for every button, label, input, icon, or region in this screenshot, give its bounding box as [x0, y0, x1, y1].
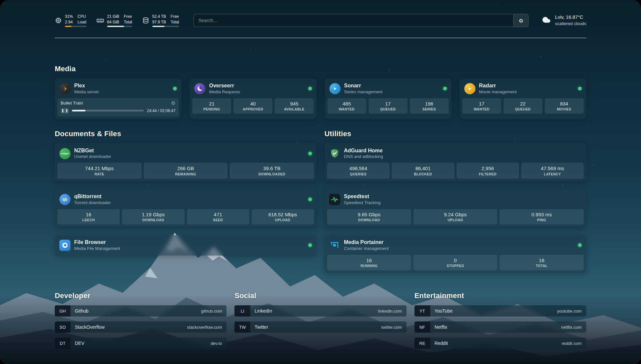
- cpu-label-2: Load: [77, 19, 86, 25]
- bookmark-url: twitter.com: [382, 321, 407, 333]
- documents-column: Documents & Files nzbget NZBGet Usenet d…: [55, 130, 317, 256]
- memory-progress-bar: [107, 26, 132, 27]
- bookmark-name: StackOverflow: [71, 321, 187, 333]
- stat-box: 9.24 GbpsUPLOAD: [413, 209, 498, 225]
- status-dot: [308, 152, 312, 155]
- bookmark-netflix[interactable]: NF Netflix netflix.com: [414, 321, 586, 333]
- service-desc: Media server: [74, 89, 99, 95]
- service-desc: DNS and adblocking: [344, 154, 383, 160]
- stat-box: 39.6 TBDOWNLOADED: [230, 163, 314, 179]
- media-grid: Plex Media server Bullet Train ⚙ 24:44 /…: [55, 78, 586, 119]
- stat-box: 17QUEUED: [369, 98, 408, 114]
- stat-box: 17WANTED: [462, 98, 501, 114]
- search-input[interactable]: [194, 14, 513, 27]
- memory-icon: [96, 16, 104, 24]
- bookmarks-section: Developer GH Github github.com SO StackO…: [55, 291, 586, 362]
- cpu-load: 2.94: [65, 19, 73, 25]
- card-qbittorrent[interactable]: qb qBittorrent Torrent downloader 16LEEC…: [55, 189, 317, 227]
- bookmark-stackoverflow[interactable]: SO StackOverflow stackoverflow.com: [55, 321, 227, 333]
- card-radarr[interactable]: Radarr Movie management 17WANTED 22QUEUE…: [460, 78, 586, 119]
- gear-icon[interactable]: ⚙: [171, 101, 175, 106]
- filebrowser-icon: [59, 240, 71, 251]
- memory-free: 21 GiB: [107, 14, 119, 19]
- bookmark-dev[interactable]: DT DEV dev.to: [55, 338, 227, 349]
- bookmark-name: Twitter: [250, 321, 381, 333]
- bookmark-name: LinkedIn: [250, 305, 378, 317]
- disk-total: 97.9 TB: [152, 19, 166, 25]
- card-adguard[interactable]: AdGuard Home DNS and adblocking 498,564Q…: [324, 143, 586, 181]
- qbittorrent-icon: qb: [59, 194, 71, 205]
- memory-total: 64 GiB: [107, 19, 119, 25]
- card-filebrowser[interactable]: File Browser Media File Management: [55, 235, 317, 256]
- resource-widgets: 31% 2.94 CPU Load: [55, 14, 179, 27]
- cpu-progress-bar: [65, 26, 86, 27]
- pause-button[interactable]: [61, 108, 69, 113]
- plex-icon: [59, 83, 71, 94]
- bookmark-url: netflix.com: [561, 321, 586, 333]
- stat-box: 0.993 msPING: [500, 209, 584, 225]
- cpu-label: CPU: [77, 14, 86, 19]
- section-title-utilities: Utilities: [324, 130, 586, 138]
- stat-box: 16LEECH: [57, 209, 120, 225]
- now-playing-title: Bullet Train: [61, 101, 83, 106]
- bookmark-twitter[interactable]: TW Twitter twitter.com: [234, 321, 406, 333]
- bookmark-name: Github: [71, 305, 201, 317]
- service-name: File Browser: [74, 239, 120, 246]
- stat-box: 21PENDING: [192, 98, 231, 114]
- bookmark-abbr: NF: [414, 321, 430, 333]
- card-speedtest[interactable]: Speedtest Speedtest Tracking 9.65 GbpsDO…: [324, 189, 586, 227]
- stat-box: 945AVAILABLE: [275, 98, 314, 114]
- card-overseerr[interactable]: Overseerr Media Requests 21PENDING 40APP…: [190, 78, 316, 119]
- card-portainer[interactable]: Media Portainer Container management 16R…: [324, 235, 586, 273]
- stat-box: 471SEED: [187, 209, 249, 225]
- stat-box: 618.52 MbpsUPLOAD: [252, 209, 314, 225]
- service-desc: Series management: [344, 89, 382, 95]
- bookmark-name: YouTube: [430, 305, 557, 317]
- bookmark-abbr: DT: [55, 338, 71, 349]
- pause-icon: [62, 109, 67, 112]
- card-plex[interactable]: Plex Media server Bullet Train ⚙ 24:44 /…: [55, 78, 181, 119]
- weather-widget: Lviv, 16.87°C scattered clouds: [541, 14, 586, 26]
- stat-box: 16RUNNING: [327, 255, 411, 271]
- utilities-column: Utilities: [324, 130, 586, 273]
- service-name: Plex: [74, 82, 99, 89]
- bookmark-linkedin[interactable]: LI LinkedIn linkedin.com: [234, 305, 406, 317]
- status-dot: [578, 243, 582, 247]
- top-bar: 31% 2.94 CPU Load: [55, 0, 586, 29]
- bookmark-youtube[interactable]: YT YouTube youtube.com: [414, 305, 586, 317]
- status-dot: [173, 87, 177, 90]
- memory-widget: 21 GiB 64 GiB Free Total: [96, 14, 132, 27]
- plex-now-playing: Bullet Train ⚙ 24:44 / 02:06:47: [57, 98, 179, 116]
- disk-icon: [142, 17, 149, 24]
- disk-label-2: Total: [171, 19, 179, 25]
- dashboard-screen: 31% 2.94 CPU Load: [0, 0, 641, 364]
- bookmark-github[interactable]: GH Github github.com: [55, 305, 227, 317]
- disk-free: 52.4 TB: [152, 14, 166, 19]
- service-desc: Media File Management: [74, 246, 120, 252]
- cloud-icon: [541, 15, 552, 25]
- card-sonarr[interactable]: Sonarr Series management 485WANTED 17QUE…: [325, 78, 451, 119]
- overseerr-icon: [194, 83, 205, 94]
- service-desc: Usenet downloader: [74, 154, 111, 160]
- card-nzbget[interactable]: nzbget NZBGet Usenet downloader 744.21 M…: [55, 143, 317, 181]
- service-name: Sonarr: [344, 82, 382, 89]
- portainer-icon: [329, 240, 340, 251]
- snow-specks: [0, 0, 1, 1]
- topbar-divider: [55, 38, 586, 38]
- memory-label-2: Total: [124, 19, 132, 25]
- bookmark-url: dev.to: [211, 338, 227, 349]
- status-dot: [308, 243, 312, 247]
- stat-box: 0STOPPED: [413, 255, 498, 271]
- search-provider-button[interactable]: G: [513, 14, 528, 27]
- stat-box: 744.21 MbpsRATE: [57, 163, 141, 179]
- bookmarks-entertainment: Entertainment YT YouTube youtube.com NF …: [414, 291, 586, 349]
- bookmark-reddit[interactable]: RE Reddit reddit.com: [414, 338, 586, 349]
- bookmark-name: Reddit: [430, 338, 562, 349]
- service-name: Media Portainer: [344, 239, 389, 246]
- stat-box: 16TOTAL: [500, 255, 584, 271]
- disk-widget: 52.4 TB 97.9 TB Free Total: [142, 14, 179, 27]
- bookmark-url: stackoverflow.com: [187, 321, 227, 333]
- bookmark-abbr: YT: [414, 305, 430, 317]
- playback-time: 24:44 / 02:06:47: [147, 108, 176, 113]
- bookmark-abbr: TW: [234, 321, 250, 333]
